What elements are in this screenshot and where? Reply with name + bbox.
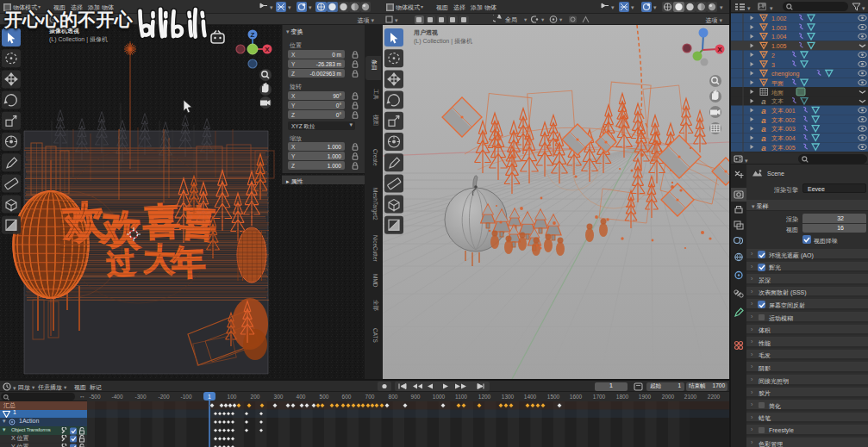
- svg-text:X: X: [717, 46, 722, 53]
- svg-text:1: 1: [208, 394, 211, 400]
- svg-text:2100: 2100: [684, 394, 697, 400]
- svg-text:文本.003: 文本.003: [771, 125, 796, 132]
- svg-text:▾: ▾: [720, 4, 723, 10]
- svg-text:▾: ▾: [395, 17, 398, 23]
- svg-text:1.005: 1.005: [771, 43, 787, 49]
- svg-text:▾: ▾: [653, 4, 657, 10]
- svg-text:1900: 1900: [639, 394, 652, 400]
- svg-text:700: 700: [365, 394, 375, 400]
- svg-text:▾: ▾: [559, 16, 563, 22]
- svg-text:-400: -400: [111, 394, 122, 400]
- svg-text:▾: ▾: [611, 4, 615, 10]
- svg-text:1100: 1100: [455, 394, 467, 400]
- svg-text:文本.005: 文本.005: [771, 144, 796, 151]
- svg-text:900: 900: [411, 394, 421, 400]
- svg-text:▾: ▾: [270, 4, 273, 10]
- svg-text:600: 600: [342, 394, 352, 400]
- svg-text:400: 400: [297, 394, 306, 400]
- svg-text:▾: ▾: [747, 5, 751, 11]
- svg-text:1300: 1300: [502, 394, 515, 400]
- svg-text:1700: 1700: [593, 394, 606, 400]
- svg-text:1600: 1600: [570, 394, 583, 400]
- svg-text:过: 过: [105, 246, 136, 280]
- svg-text:1000: 1000: [433, 394, 446, 400]
- svg-text:文本.002: 文本.002: [771, 116, 796, 123]
- svg-text:▾: ▾: [524, 16, 528, 22]
- svg-text:▾: ▾: [631, 4, 634, 10]
- svg-text:a: a: [761, 115, 765, 125]
- svg-text:500: 500: [320, 394, 329, 400]
- svg-text:2200: 2200: [708, 394, 721, 400]
- svg-text:▾: ▾: [541, 16, 545, 22]
- svg-text:-200: -200: [158, 394, 169, 400]
- svg-text:2000: 2000: [662, 394, 675, 400]
- svg-text:800: 800: [389, 394, 398, 400]
- svg-text:300: 300: [274, 394, 284, 400]
- svg-text:平面: 平面: [771, 80, 784, 87]
- svg-text:Z: Z: [251, 31, 255, 39]
- svg-text:地面: 地面: [771, 90, 784, 96]
- svg-text:1400: 1400: [524, 394, 537, 400]
- svg-text:1.002: 1.002: [771, 16, 787, 22]
- svg-text:1800: 1800: [616, 394, 629, 400]
- svg-text:a: a: [761, 96, 765, 106]
- svg-text:1500: 1500: [547, 394, 560, 400]
- svg-text:全局: 全局: [505, 16, 517, 23]
- svg-text:chenglong: chenglong: [771, 71, 799, 78]
- svg-text:-100: -100: [180, 394, 191, 400]
- svg-text:a: a: [761, 124, 765, 133]
- svg-text:-500: -500: [89, 394, 100, 400]
- svg-text:▾: ▾: [745, 157, 748, 163]
- svg-text:200: 200: [251, 394, 260, 400]
- svg-text:a: a: [761, 143, 765, 152]
- svg-text:-300: -300: [134, 394, 146, 400]
- svg-text:文本: 文本: [771, 97, 784, 104]
- svg-text:a: a: [761, 133, 765, 143]
- svg-text:年: 年: [170, 242, 207, 281]
- svg-text:▾: ▾: [770, 5, 773, 11]
- svg-text:100: 100: [228, 394, 237, 400]
- svg-text:文本.001: 文本.001: [771, 107, 796, 114]
- svg-text:a: a: [761, 106, 765, 115]
- svg-text:欢: 欢: [98, 204, 144, 253]
- svg-text:▾: ▾: [309, 4, 312, 10]
- svg-text:▾: ▾: [862, 5, 865, 11]
- svg-text:1.003: 1.003: [771, 25, 787, 31]
- svg-text:X: X: [265, 46, 270, 53]
- svg-text:1.004: 1.004: [771, 34, 787, 40]
- svg-text:3: 3: [771, 62, 775, 68]
- svg-text:喜: 喜: [141, 200, 180, 243]
- svg-text:▾: ▾: [288, 4, 291, 10]
- svg-text:2: 2: [771, 53, 775, 59]
- svg-text:▾: ▾: [13, 384, 16, 390]
- svg-text:1200: 1200: [478, 394, 491, 400]
- svg-text:文本.004: 文本.004: [771, 134, 796, 141]
